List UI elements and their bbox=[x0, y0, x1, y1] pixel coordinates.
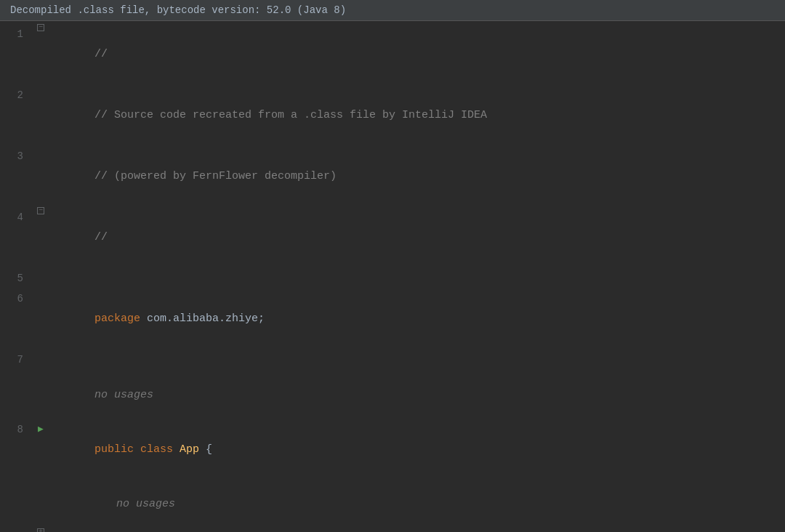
line-number: 8 bbox=[0, 419, 31, 440]
title-bar: Decompiled .class file, bytecode version… bbox=[0, 0, 785, 21]
code-line: 1 − // bbox=[0, 24, 785, 85]
title-text: Decompiled .class file, bytecode version… bbox=[10, 4, 346, 16]
code-content bbox=[51, 350, 785, 370]
editor-area: 1 − // 2 // Source code recreated from a… bbox=[0, 21, 785, 532]
code-content: // (powered by FernFlower decompiler) bbox=[51, 146, 785, 207]
gutter: + bbox=[31, 528, 51, 532]
line-number: 7 bbox=[0, 350, 31, 370]
collapse-icon[interactable]: − bbox=[37, 207, 44, 214]
code-line: 4 − // bbox=[0, 207, 785, 268]
hint-line: 8 no usages bbox=[0, 370, 785, 419]
run-icon[interactable]: ▶ bbox=[38, 419, 44, 440]
line-number: 1 bbox=[0, 24, 31, 44]
code-line: 3 // (powered by FernFlower decompiler) bbox=[0, 146, 785, 207]
code-content: // Source code recreated from a .class f… bbox=[51, 85, 785, 146]
code-content: // bbox=[51, 207, 785, 268]
gutter: − bbox=[31, 207, 51, 214]
code-content: public App() {} bbox=[51, 528, 785, 532]
gutter: ▶ bbox=[31, 419, 51, 440]
code-content: // bbox=[51, 24, 785, 85]
collapse-closed-icon[interactable]: + bbox=[37, 528, 44, 532]
hint-line: 9 no usages bbox=[0, 480, 785, 528]
code-content bbox=[51, 268, 785, 289]
line-number: 9 bbox=[0, 528, 31, 532]
line-number: 9 bbox=[0, 480, 31, 496]
collapse-icon[interactable]: − bbox=[37, 24, 44, 31]
line-number: 5 bbox=[0, 268, 31, 289]
code-content: package com.alibaba.zhiye; bbox=[51, 289, 785, 350]
code-content: no usages bbox=[51, 370, 785, 419]
line-number: 6 bbox=[0, 289, 31, 309]
line-number: 8 bbox=[0, 370, 31, 386]
line-number: 4 bbox=[0, 207, 31, 227]
code-line: 6 package com.alibaba.zhiye; bbox=[0, 289, 785, 350]
code-line: 9 + public App() {} bbox=[0, 528, 785, 532]
code-line: 2 // Source code recreated from a .class… bbox=[0, 85, 785, 146]
code-line: 8 ▶ public class App { bbox=[0, 419, 785, 480]
code-content: public class App { bbox=[51, 419, 785, 480]
gutter: − bbox=[31, 24, 51, 31]
code-line: 7 bbox=[0, 350, 785, 370]
code-content: no usages bbox=[51, 480, 785, 528]
code-line: 5 bbox=[0, 268, 785, 289]
line-number: 3 bbox=[0, 146, 31, 166]
line-number: 2 bbox=[0, 85, 31, 105]
